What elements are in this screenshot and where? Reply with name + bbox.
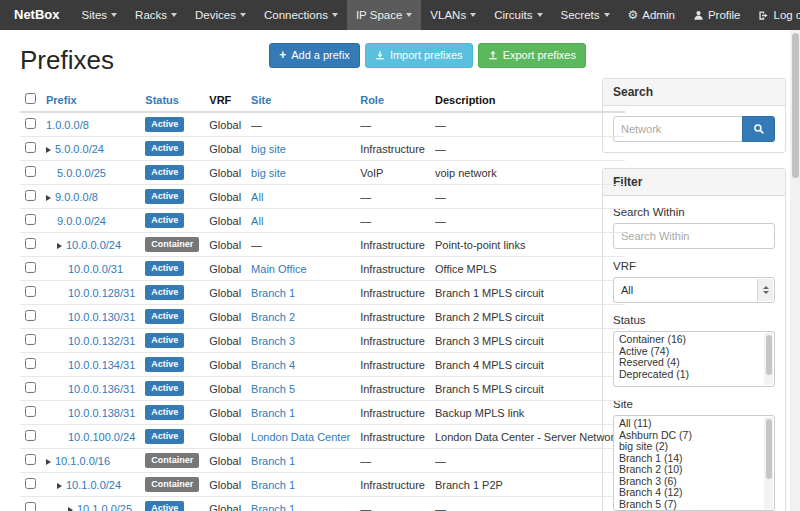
row-checkbox[interactable] xyxy=(25,454,36,465)
prefix-link[interactable]: 10.0.0.0/31 xyxy=(68,263,123,275)
prefix-row: 10.1.0.0/16ContainerGlobalBranch 1—— xyxy=(20,449,625,473)
expand-caret-icon[interactable] xyxy=(46,459,51,465)
nav-profile[interactable]: Profile xyxy=(684,0,750,30)
row-checkbox[interactable] xyxy=(25,166,36,177)
prefix-link[interactable]: 10.0.0.134/31 xyxy=(68,359,135,371)
prefix-link[interactable]: 9.0.0.0/24 xyxy=(57,215,106,227)
nav-item-secrets[interactable]: Secrets xyxy=(552,0,619,30)
site-link[interactable]: big site xyxy=(251,143,286,155)
nav-item-ip-space[interactable]: IP Space xyxy=(347,0,421,30)
column-header-role[interactable]: Role xyxy=(355,88,430,112)
site-link[interactable]: Branch 5 xyxy=(251,383,295,395)
search-input[interactable] xyxy=(613,116,743,142)
filter-option[interactable]: Branch 5 (7) xyxy=(614,499,762,511)
prefix-link[interactable]: 10.0.0.130/31 xyxy=(68,311,135,323)
expand-caret-icon[interactable] xyxy=(68,507,73,511)
site-link[interactable]: Branch 1 xyxy=(251,503,295,511)
page-scrollbar[interactable] xyxy=(790,30,800,511)
site-link[interactable]: Branch 1 xyxy=(251,287,295,299)
row-checkbox[interactable] xyxy=(25,238,36,249)
row-checkbox[interactable] xyxy=(25,214,36,225)
site-link[interactable]: Branch 1 xyxy=(251,479,295,491)
row-checkbox[interactable] xyxy=(25,262,36,273)
filter-list-site[interactable]: All (11)Ashburn DC (7)big site (2)Branch… xyxy=(613,415,775,511)
expand-caret-icon[interactable] xyxy=(57,483,62,489)
expand-caret-icon[interactable] xyxy=(46,147,51,153)
prefix-link[interactable]: 9.0.0.0/8 xyxy=(55,191,98,203)
filter-option[interactable]: big site (2) xyxy=(614,441,762,453)
brand-logo[interactable]: NetBox xyxy=(0,0,73,30)
filter-input-search-within[interactable] xyxy=(613,223,775,249)
prefix-link[interactable]: 10.0.0.138/31 xyxy=(68,407,135,419)
site-link[interactable]: Main Office xyxy=(251,263,306,275)
filter-option[interactable]: Ashburn DC (7) xyxy=(614,430,762,442)
site-link[interactable]: Branch 1 xyxy=(251,455,295,467)
row-checkbox[interactable] xyxy=(25,286,36,297)
row-checkbox[interactable] xyxy=(25,334,36,345)
prefix-link[interactable]: 10.1.0.0/25 xyxy=(77,503,132,511)
prefix-link[interactable]: 5.0.0.0/24 xyxy=(55,143,104,155)
row-checkbox[interactable] xyxy=(25,142,36,153)
row-checkbox[interactable] xyxy=(25,310,36,321)
nav-admin[interactable]: ⚙Admin xyxy=(619,0,684,30)
nav-item-vlans[interactable]: VLANs xyxy=(421,0,485,30)
import-prefixes-button[interactable]: Import prefixes xyxy=(365,43,473,68)
nav-item-connections[interactable]: Connections xyxy=(255,0,347,30)
prefix-link[interactable]: 5.0.0.0/25 xyxy=(57,167,106,179)
site-link[interactable]: big site xyxy=(251,167,286,179)
row-checkbox[interactable] xyxy=(25,406,36,417)
prefix-link[interactable]: 10.0.0.132/31 xyxy=(68,335,135,347)
scrollbar-thumb[interactable] xyxy=(766,335,772,375)
filter-list-status[interactable]: Container (16)Active (74)Reserved (4)Dep… xyxy=(613,331,775,387)
filter-option[interactable]: Reserved (4) xyxy=(614,357,762,369)
site-link[interactable]: Branch 3 xyxy=(251,335,295,347)
add-prefix-button[interactable]: + Add a prefix xyxy=(269,43,360,68)
prefix-link[interactable]: 10.0.0.0/24 xyxy=(66,239,121,251)
row-checkbox[interactable] xyxy=(25,382,36,393)
row-checkbox[interactable] xyxy=(25,430,36,441)
prefix-link[interactable]: 10.0.0.136/31 xyxy=(68,383,135,395)
filter-option[interactable]: Container (16) xyxy=(614,334,762,346)
row-checkbox[interactable] xyxy=(25,502,36,511)
filter-option[interactable]: Branch 4 (12) xyxy=(614,487,762,499)
search-button[interactable] xyxy=(742,116,775,142)
row-checkbox[interactable] xyxy=(25,358,36,369)
filter-option[interactable]: Branch 2 (10) xyxy=(614,464,762,476)
select-all-checkbox[interactable] xyxy=(25,93,36,104)
prefix-link[interactable]: 1.0.0.0/8 xyxy=(46,119,89,131)
prefix-link[interactable]: 10.0.0.128/31 xyxy=(68,287,135,299)
site-link[interactable]: All xyxy=(251,191,263,203)
row-checkbox[interactable] xyxy=(25,478,36,489)
nav-log-out[interactable]: Log out xyxy=(749,0,800,30)
prefix-link[interactable]: 10.1.0.0/16 xyxy=(55,455,110,467)
column-header-status[interactable]: Status xyxy=(140,88,204,112)
nav-item-devices[interactable]: Devices xyxy=(186,0,255,30)
nav-item-racks[interactable]: Racks xyxy=(126,0,186,30)
scrollbar-thumb[interactable] xyxy=(792,33,799,178)
site-link[interactable]: All xyxy=(251,215,263,227)
site-link[interactable]: London Data Center xyxy=(251,431,350,443)
site-link[interactable]: Branch 2 xyxy=(251,311,295,323)
site-link[interactable]: Branch 4 xyxy=(251,359,295,371)
filter-select-vrf[interactable]: All xyxy=(613,277,775,303)
row-checkbox[interactable] xyxy=(25,190,36,201)
column-header-prefix[interactable]: Prefix xyxy=(41,88,140,112)
export-prefixes-button[interactable]: Export prefixes xyxy=(478,43,586,68)
nav-item-circuits[interactable]: Circuits xyxy=(485,0,551,30)
column-header-site[interactable]: Site xyxy=(246,88,355,112)
filter-option[interactable]: Branch 1 (14) xyxy=(614,453,762,465)
expand-caret-icon[interactable] xyxy=(57,243,62,249)
expand-caret-icon[interactable] xyxy=(46,195,51,201)
filter-option[interactable]: Branch 3 (6) xyxy=(614,476,762,488)
scrollbar-thumb[interactable] xyxy=(766,419,772,479)
nav-item-sites[interactable]: Sites xyxy=(73,0,127,30)
prefix-link[interactable]: 10.0.100.0/24 xyxy=(68,431,135,443)
listbox-scrollbar[interactable] xyxy=(764,333,773,385)
filter-option[interactable]: Active (74) xyxy=(614,346,762,358)
filter-option[interactable]: Deprecated (1) xyxy=(614,369,762,381)
prefix-link[interactable]: 10.1.0.0/24 xyxy=(66,479,121,491)
listbox-scrollbar[interactable] xyxy=(764,417,773,509)
filter-option[interactable]: All (11) xyxy=(614,418,762,430)
row-checkbox[interactable] xyxy=(25,118,36,129)
site-link[interactable]: Branch 1 xyxy=(251,407,295,419)
